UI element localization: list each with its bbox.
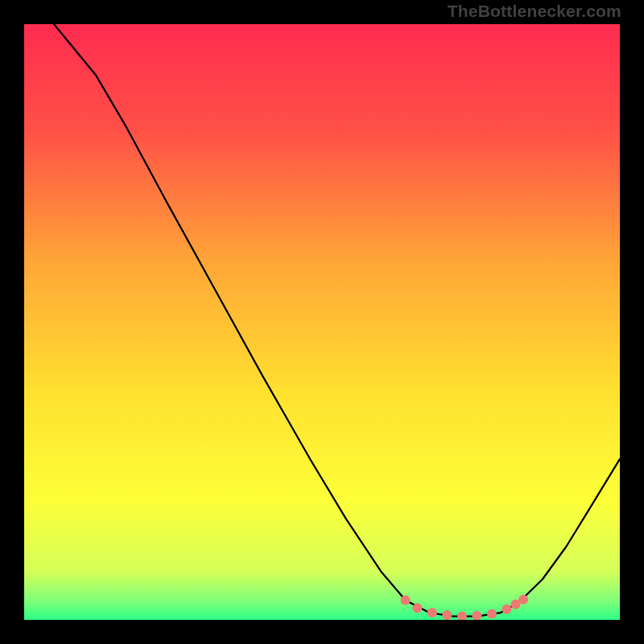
- marker-dot: [412, 603, 422, 613]
- chart-svg: [24, 24, 620, 620]
- marker-dot: [502, 605, 511, 614]
- marker-dot: [487, 609, 497, 619]
- watermark-text: TheBottlenecker.com: [448, 2, 621, 21]
- marker-dot: [518, 595, 528, 605]
- marker-dot: [427, 608, 437, 617]
- chart-frame: TheBottlenecker.com: [0, 0, 644, 644]
- marker-dot: [401, 596, 411, 605]
- gradient-bg: [24, 24, 620, 620]
- marker-dot: [442, 610, 452, 620]
